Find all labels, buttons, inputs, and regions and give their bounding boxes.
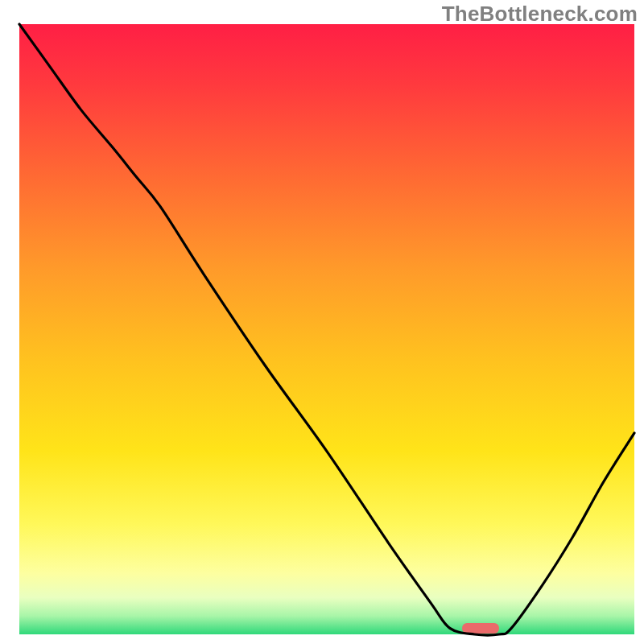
chart-canvas: TheBottleneck.com: [0, 0, 644, 644]
sweet-spot-marker: [462, 623, 499, 634]
gradient-background: [19, 24, 634, 634]
bottleneck-chart: [0, 0, 644, 644]
